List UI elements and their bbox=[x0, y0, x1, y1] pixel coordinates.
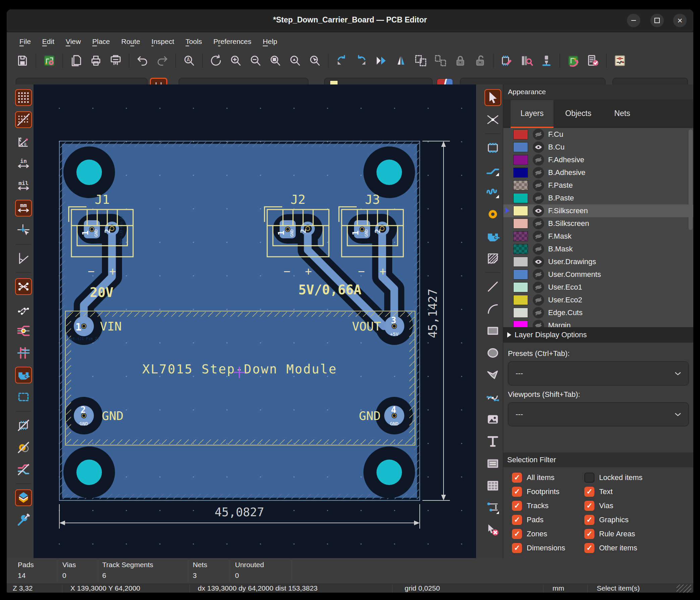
add-via-tool[interactable] bbox=[484, 206, 501, 223]
menu-view[interactable]: View bbox=[62, 35, 84, 48]
checkbox[interactable] bbox=[512, 515, 522, 525]
menu-help[interactable]: Help bbox=[259, 35, 281, 48]
layer-color-swatch[interactable] bbox=[513, 193, 528, 203]
visibility-eye-icon[interactable] bbox=[533, 294, 544, 306]
lock-button[interactable] bbox=[452, 52, 469, 69]
add-table-tool[interactable] bbox=[484, 477, 501, 494]
add-image-tool[interactable] bbox=[484, 411, 501, 428]
vout-text[interactable]: VOUT bbox=[352, 320, 381, 333]
layer-color-swatch[interactable] bbox=[513, 308, 528, 318]
draw-polygon-tool[interactable] bbox=[484, 367, 501, 383]
layer-color-swatch[interactable] bbox=[513, 180, 528, 191]
drc-button[interactable] bbox=[585, 52, 601, 69]
tab-layers[interactable]: Layers bbox=[510, 100, 553, 128]
grid-override-toggle[interactable] bbox=[15, 111, 32, 128]
print-button[interactable] bbox=[88, 52, 104, 69]
menu-tools[interactable]: Tools bbox=[182, 35, 205, 48]
layer-row-margin[interactable]: Margin bbox=[503, 319, 693, 327]
layer-row-fpaste[interactable]: F.Paste bbox=[503, 179, 693, 192]
layer-color-swatch[interactable] bbox=[513, 155, 528, 165]
menu-route[interactable]: Route bbox=[118, 35, 144, 48]
checkbox[interactable] bbox=[512, 543, 522, 553]
filter-all-items[interactable]: All items bbox=[512, 473, 554, 483]
resize-grip[interactable] bbox=[677, 584, 691, 593]
filter-tracks[interactable]: Tracks bbox=[512, 501, 548, 511]
footprint-browser-button[interactable] bbox=[518, 52, 535, 69]
flip-vertical-button[interactable] bbox=[393, 52, 409, 69]
layer-color-swatch[interactable] bbox=[513, 206, 528, 216]
title-bar[interactable]: *Step_Down_Carrier_Board — PCB Editor × bbox=[7, 9, 693, 32]
dimension-width-text[interactable]: 45,0827 bbox=[215, 505, 264, 519]
layer-row-userdrawings[interactable]: User.Drawings bbox=[503, 255, 693, 268]
layer-row-bsilkscreen[interactable]: B.Silkscreen bbox=[503, 217, 693, 230]
checkbox[interactable] bbox=[584, 515, 594, 525]
3d-viewer-button[interactable] bbox=[538, 52, 555, 69]
viewports-dropdown[interactable]: --- bbox=[508, 402, 689, 426]
draw-rectangle-tool[interactable] bbox=[484, 322, 501, 339]
save-button[interactable] bbox=[14, 52, 31, 69]
checkbox[interactable] bbox=[512, 501, 522, 511]
output-rating-text[interactable]: 5V/0,66A bbox=[298, 282, 361, 297]
layer-row-bmask[interactable]: B.Mask bbox=[503, 243, 693, 255]
high-contrast-mode-toggle[interactable] bbox=[15, 490, 32, 506]
zoom-in-button[interactable] bbox=[227, 52, 244, 69]
rotate-cw-button[interactable] bbox=[353, 52, 370, 69]
layer-color-swatch[interactable] bbox=[513, 244, 528, 254]
units-inches-button[interactable]: in bbox=[15, 155, 32, 172]
filter-graphics[interactable]: Graphics bbox=[584, 515, 629, 525]
zone-display-toggle[interactable] bbox=[15, 367, 32, 383]
add-textbox-tool[interactable] bbox=[484, 455, 501, 472]
selection-area-toggle[interactable] bbox=[15, 389, 32, 406]
filter-zones[interactable]: Zones bbox=[512, 529, 547, 539]
visibility-eye-icon[interactable] bbox=[533, 154, 544, 166]
draw-circle-tool[interactable] bbox=[484, 345, 501, 361]
visibility-eye-icon[interactable] bbox=[533, 281, 544, 293]
gnd-right-text[interactable]: GND bbox=[359, 409, 380, 423]
visibility-eye-icon[interactable] bbox=[533, 180, 544, 191]
layer-color-swatch[interactable] bbox=[513, 168, 528, 178]
pad-display-toggle[interactable] bbox=[15, 345, 32, 361]
ratsnest-toggle[interactable] bbox=[15, 278, 32, 295]
update-pcb-button[interactable] bbox=[565, 52, 582, 69]
group-button[interactable] bbox=[412, 52, 429, 69]
layer-row-fsilkscreen[interactable]: F.Silkscreen bbox=[503, 204, 693, 217]
tune-length-tool[interactable] bbox=[484, 184, 501, 200]
dimension-height-text[interactable]: 45,1427 bbox=[426, 289, 440, 338]
layer-color-swatch[interactable] bbox=[513, 282, 528, 292]
units-mils-button[interactable]: mil bbox=[15, 178, 32, 194]
maximize-button[interactable] bbox=[650, 14, 664, 27]
add-zone-tool[interactable] bbox=[484, 228, 501, 245]
add-footprint-tool[interactable] bbox=[484, 140, 501, 156]
undo-button[interactable] bbox=[134, 52, 151, 69]
layers-scrollbar[interactable] bbox=[689, 129, 693, 230]
checkbox[interactable] bbox=[584, 529, 594, 539]
net-color-mode-toggle[interactable] bbox=[15, 322, 32, 339]
layer-color-swatch[interactable] bbox=[513, 321, 528, 327]
layer-color-swatch[interactable] bbox=[513, 129, 528, 140]
zoom-out-button[interactable] bbox=[247, 52, 264, 69]
pcb-canvas[interactable]: 1 Net-(J1-Pin_2) 2 GND 3 +5V 4 GND bbox=[33, 84, 476, 558]
zoom-fit-objects-button[interactable] bbox=[286, 52, 303, 69]
filter-footprints[interactable]: Footprints bbox=[512, 487, 559, 497]
visibility-eye-icon[interactable] bbox=[533, 243, 544, 255]
units-mm-button[interactable]: mm bbox=[15, 200, 32, 217]
add-dimension-tool[interactable] bbox=[484, 499, 501, 516]
visibility-eye-icon[interactable] bbox=[533, 320, 544, 327]
hide-vias-toggle[interactable] bbox=[15, 439, 32, 456]
input-rating-text[interactable]: 20V bbox=[90, 285, 113, 300]
menu-file[interactable]: File bbox=[16, 35, 34, 48]
zoom-selection-button[interactable] bbox=[306, 52, 323, 69]
hide-tracks-toggle[interactable] bbox=[15, 461, 32, 478]
unlock-button[interactable] bbox=[472, 52, 489, 69]
local-ratsnest-tool[interactable] bbox=[484, 111, 501, 128]
find-button[interactable]: A bbox=[181, 52, 197, 69]
flip-horizontal-button[interactable] bbox=[373, 52, 390, 69]
polar-coords-toggle[interactable]: θr bbox=[15, 133, 32, 150]
filter-dimensions[interactable]: Dimensions bbox=[512, 543, 565, 553]
add-text-tool[interactable] bbox=[484, 433, 501, 450]
menu-inspect[interactable]: Inspect bbox=[148, 35, 178, 48]
visibility-eye-icon[interactable] bbox=[533, 307, 544, 319]
grid-toggle[interactable] bbox=[15, 89, 32, 106]
visibility-eye-icon[interactable] bbox=[533, 167, 544, 178]
layer-row-fmask[interactable]: F.Mask bbox=[503, 230, 693, 243]
